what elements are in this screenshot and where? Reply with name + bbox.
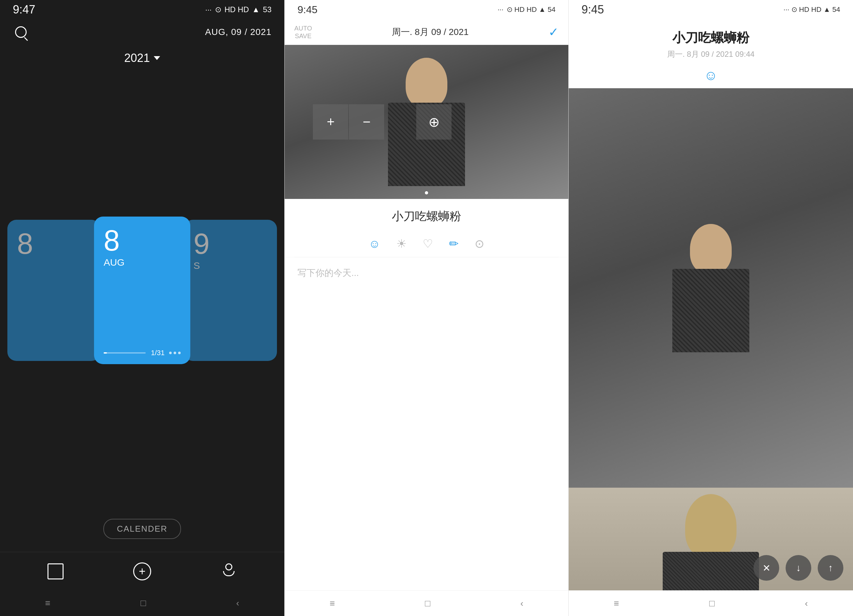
weather-icon-button[interactable]: ☀ xyxy=(396,237,407,250)
card-next-day: 9 xyxy=(194,229,267,258)
photo-layers-button[interactable]: ⊕ xyxy=(416,104,452,140)
menu-icon[interactable]: ≡ xyxy=(45,598,50,608)
mood-icon-button[interactable]: ☺ xyxy=(369,237,381,250)
view-datetime: 周一. 8月 09 / 2021 09:44 xyxy=(581,49,840,59)
book-icon xyxy=(47,563,64,580)
plus-icon: + xyxy=(327,114,335,130)
editor-title-area: 小刀吃螺蛳粉 xyxy=(285,199,568,231)
editor-icons-row: ☺ ☀ ♡ ✏ ⊙ xyxy=(285,231,568,257)
sys-nav-3: ≡ □ ‹ xyxy=(569,590,853,616)
card-current[interactable]: 8 AUG 1/31 xyxy=(94,217,190,364)
panel-editor: 9:45 ··· ⊙ HD HD ▲ 54 AUTO SAVE 周一. 8月 0… xyxy=(284,0,569,616)
editor-text-area[interactable]: 写下你的今天... xyxy=(285,257,568,590)
search-icon xyxy=(15,26,27,38)
view-photo-thumb: ✕ ↓ ↑ xyxy=(569,488,853,590)
nav-add-button[interactable]: + xyxy=(133,563,151,580)
home-icon[interactable]: □ xyxy=(141,598,146,608)
add-icon: + xyxy=(133,563,151,580)
status-icons-3: ··· ⊙ HD HD ▲ 54 xyxy=(783,6,840,14)
back-icon-3[interactable]: ‹ xyxy=(805,598,808,608)
status-bar-2: 9:45 ··· ⊙ HD HD ▲ 54 xyxy=(285,0,568,19)
share-icon: ↑ xyxy=(828,563,833,574)
plus-symbol: + xyxy=(139,566,146,577)
back-icon-2[interactable]: ‹ xyxy=(520,598,523,608)
home-icon-2[interactable]: □ xyxy=(425,598,430,608)
calender-btn-wrap: CALENDER xyxy=(0,509,284,552)
photo-action-buttons: ✕ ↓ ↑ xyxy=(753,555,843,581)
year-text: 2021 xyxy=(124,51,150,65)
mood-face-icon: ☺ xyxy=(704,68,718,83)
home-icon-3[interactable]: □ xyxy=(709,598,715,608)
layers-icon: ⊕ xyxy=(428,114,440,130)
main-photo-person xyxy=(569,88,853,488)
auto-save-label: AUTO SAVE xyxy=(294,24,312,40)
card-dots xyxy=(169,352,181,354)
photo-controls: + − ⊕ xyxy=(313,104,452,140)
panel-calendar: 9:47 ··· ⊙ HD HD ▲ 53 AUG, 09 / 2021 202… xyxy=(0,0,284,616)
panel-view: 9:45 ··· ⊙ HD HD ▲ 54 小刀吃螺蛳粉 周一. 8月 09 /… xyxy=(569,0,853,616)
menu-icon-2[interactable]: ≡ xyxy=(329,598,335,608)
placeholder-text: 写下你的今天... xyxy=(297,268,359,278)
top-bar-1: AUG, 09 / 2021 xyxy=(0,19,284,45)
photo-remove-button[interactable]: − xyxy=(349,104,384,140)
view-mood-icon: ☺ xyxy=(569,68,853,83)
view-photos-area: ✕ ↓ ↑ xyxy=(569,88,853,590)
chevron-down-icon xyxy=(154,56,160,60)
person-head-shape xyxy=(406,58,447,108)
close-photo-button[interactable]: ✕ xyxy=(753,555,779,581)
sys-nav-2: ≡ □ ‹ xyxy=(285,590,568,616)
back-icon[interactable]: ‹ xyxy=(236,598,239,608)
view-title: 小刀吃螺蛳粉 xyxy=(581,29,840,47)
location-icon-button[interactable]: ⊙ xyxy=(475,237,484,250)
status-bar-3: 9:45 ··· ⊙ HD HD ▲ 54 xyxy=(569,0,853,19)
entry-title: 小刀吃螺蛳粉 xyxy=(297,209,556,224)
download-icon: ↓ xyxy=(796,563,801,574)
close-icon: ✕ xyxy=(762,563,771,574)
dot-1 xyxy=(425,191,428,194)
card-next[interactable]: 9 S xyxy=(184,220,277,361)
minus-icon: − xyxy=(363,114,371,130)
card-prev-day: 8 xyxy=(17,229,91,258)
view-photo-main xyxy=(569,88,853,488)
cards-area: 8 8 AUG 1/31 9 S xyxy=(0,71,284,509)
status-time-1: 9:47 xyxy=(13,3,35,17)
status-time-2: 9:45 xyxy=(297,4,317,16)
card-bottom: 1/31 xyxy=(104,349,181,357)
card-next-month: S xyxy=(194,260,267,271)
sys-nav-1: ≡ □ ‹ xyxy=(0,590,284,616)
status-bar-1: 9:47 ··· ⊙ HD HD ▲ 53 xyxy=(0,0,284,19)
nav-profile-button[interactable] xyxy=(221,563,237,580)
photo-add-button[interactable]: + xyxy=(313,104,348,140)
header-date: AUG, 09 / 2021 xyxy=(205,27,272,37)
share-photo-button[interactable]: ↑ xyxy=(818,555,843,581)
view-header: 小刀吃螺蛳粉 周一. 8月 09 / 2021 09:44 xyxy=(569,19,853,62)
nav-book-button[interactable] xyxy=(47,563,64,580)
card-current-month: AUG xyxy=(104,257,181,268)
photo-container: + − ⊕ xyxy=(285,45,568,199)
status-icons-2: ··· ⊙ HD HD ▲ 54 xyxy=(498,6,556,14)
card-current-day: 8 xyxy=(104,226,181,255)
search-button[interactable] xyxy=(13,24,29,40)
card-prev[interactable]: 8 xyxy=(8,220,100,361)
tag-icon-button[interactable]: ✏ xyxy=(449,237,458,250)
status-time-3: 9:45 xyxy=(581,3,604,17)
editor-top-bar: AUTO SAVE 周一. 8月 09 / 2021 ✓ xyxy=(285,19,568,45)
year-selector[interactable]: 2021 xyxy=(0,45,284,71)
status-icons-1: ··· ⊙ HD HD ▲ 53 xyxy=(205,5,272,14)
progress-fill xyxy=(104,352,107,354)
card-page: 1/31 xyxy=(151,349,165,357)
bottom-nav-1: + xyxy=(0,552,284,590)
progress-bar xyxy=(104,352,146,354)
profile-icon xyxy=(221,563,237,580)
menu-icon-3[interactable]: ≡ xyxy=(614,598,619,608)
photo-dot-indicator xyxy=(425,191,428,194)
heart-icon-button[interactable]: ♡ xyxy=(423,237,433,250)
editor-date: 周一. 8月 09 / 2021 xyxy=(392,26,469,38)
save-check-button[interactable]: ✓ xyxy=(548,25,559,39)
calender-button[interactable]: CALENDER xyxy=(103,519,181,539)
download-photo-button[interactable]: ↓ xyxy=(786,555,811,581)
